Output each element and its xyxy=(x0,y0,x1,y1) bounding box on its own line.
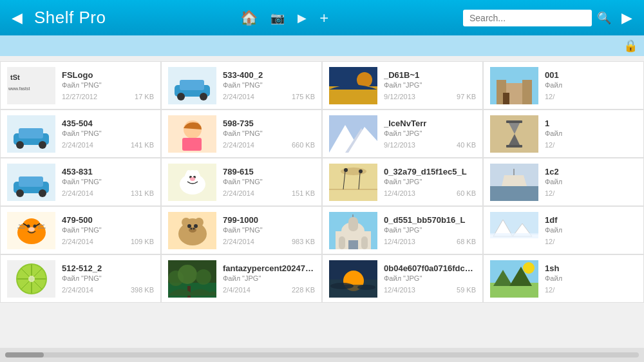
forward-button[interactable]: ▶ xyxy=(616,6,638,30)
file-type: Файл xyxy=(545,129,637,137)
list-item[interactable]: 1c2Файл12/ xyxy=(483,158,644,206)
list-item[interactable]: 533-400_2Файл "PNG"2/24/2014175 KB xyxy=(161,61,322,110)
list-item[interactable]: 0_32a79_d15f1ec5_LФайл "JPG"12/4/201360 … xyxy=(322,158,483,206)
lock-icon[interactable]: 🔒 xyxy=(623,39,638,53)
file-type: Файл "JPG" xyxy=(223,274,315,282)
file-date: 2/24/2014 xyxy=(223,238,254,245)
file-thumbnail xyxy=(490,67,538,104)
search-button[interactable]: 🔍 xyxy=(597,11,611,25)
svg-rect-83 xyxy=(339,236,345,249)
file-date: 2/24/2014 xyxy=(223,93,254,100)
list-item[interactable]: 001Файл12/ xyxy=(483,61,644,110)
content-area: tSt www.fastst FSLogoФайл "PNG"12/27/201… xyxy=(0,56,644,348)
file-name: 598-735 xyxy=(223,119,315,128)
video-icon[interactable]: 📷 xyxy=(270,11,285,25)
file-size: 131 KB xyxy=(131,189,154,197)
file-type: Файл xyxy=(545,274,637,282)
home-icon[interactable]: 🏠 xyxy=(240,10,258,26)
file-meta: 12/4/201359 KB xyxy=(384,286,476,294)
file-info: 1c2Файл12/ xyxy=(545,167,637,197)
search-input[interactable] xyxy=(463,10,592,26)
file-info: FSLogoФайл "PNG"12/27/201217 KB xyxy=(62,70,154,100)
svg-rect-54 xyxy=(490,186,538,201)
svg-rect-85 xyxy=(348,240,358,249)
file-date: 12/ xyxy=(545,93,554,100)
svg-rect-90 xyxy=(490,233,538,238)
file-size: 151 KB xyxy=(292,189,315,197)
list-item[interactable]: 453-831Файл "PNG"2/24/2014131 KB xyxy=(0,158,161,206)
svg-rect-18 xyxy=(19,128,43,138)
list-item[interactable]: tSt www.fastst FSLogoФайл "PNG"12/27/201… xyxy=(0,61,161,110)
file-grid: tSt www.fastst FSLogoФайл "PNG"12/27/201… xyxy=(0,61,644,303)
svg-rect-23 xyxy=(182,138,202,151)
file-meta: 9/12/201397 KB xyxy=(384,93,476,100)
list-item[interactable]: fantazypercent20247_9...Файл "JPG"2/4/20… xyxy=(161,254,322,303)
list-item[interactable]: 1shФайл12/ xyxy=(483,254,644,303)
svg-point-76 xyxy=(191,227,193,229)
file-thumbnail xyxy=(490,164,538,201)
list-item[interactable]: 1dfФайл12/ xyxy=(483,206,644,254)
file-meta: 12/ xyxy=(545,189,637,197)
scrollbar-area xyxy=(0,348,644,362)
svg-rect-35 xyxy=(19,176,43,187)
file-date: 2/4/2014 xyxy=(223,286,251,294)
file-info: 799-1000Файл "PNG"2/24/2014983 KB xyxy=(223,215,315,245)
svg-point-37 xyxy=(39,189,46,197)
list-item[interactable]: 1Файл12/ xyxy=(483,110,644,158)
file-thumbnail xyxy=(329,67,377,104)
svg-point-115 xyxy=(523,262,535,274)
svg-point-73 xyxy=(187,224,191,228)
scrollbar-track[interactable] xyxy=(5,352,639,357)
svg-point-103 xyxy=(196,269,211,285)
list-item[interactable]: 0b04e607f0a0716fdc2d...Файл "JPG"12/4/20… xyxy=(322,254,483,303)
app-title: Shelf Pro xyxy=(34,8,106,28)
header-right: 🔍 ▶ xyxy=(463,6,638,30)
file-name: 1df xyxy=(545,215,637,225)
list-item[interactable]: 0_d551_bb570b16_LФайл "JPG"12/4/201368 K… xyxy=(322,206,483,254)
file-date: 2/24/2014 xyxy=(62,286,93,294)
file-meta: 2/24/2014175 KB xyxy=(223,93,315,100)
list-item[interactable]: 435-504Файл "PNG"2/24/2014141 KB xyxy=(0,110,161,158)
header-center: 🏠 📷 ▶ + xyxy=(106,9,463,27)
file-meta: 12/ xyxy=(545,93,637,100)
file-type: Файл "PNG" xyxy=(62,226,154,234)
file-meta: 2/24/2014398 KB xyxy=(62,286,154,294)
sub-header: 🔒 xyxy=(0,35,644,56)
file-info: 001Файл12/ xyxy=(545,70,637,100)
file-thumbnail xyxy=(168,67,216,104)
list-item[interactable]: 479-500Файл "PNG"2/24/2014109 KB xyxy=(0,206,161,254)
file-name: 001 xyxy=(545,70,637,80)
list-item[interactable]: _IceNvTerrФайл "JPG"9/12/201340 KB xyxy=(322,110,483,158)
file-type: Файл "PNG" xyxy=(223,81,315,89)
file-meta: 2/24/2014151 KB xyxy=(223,189,315,197)
file-meta: 2/24/2014109 KB xyxy=(62,238,154,245)
file-type: Файл "JPG" xyxy=(384,178,476,186)
file-name: 0_32a79_d15f1ec5_L xyxy=(384,167,476,176)
file-info: _IceNvTerrФайл "JPG"9/12/201340 KB xyxy=(384,119,476,149)
file-thumbnail xyxy=(490,260,538,298)
file-info: 1shФайл12/ xyxy=(545,263,637,294)
file-size: 660 KB xyxy=(292,141,315,149)
play-icon[interactable]: ▶ xyxy=(298,11,307,25)
file-name: 1 xyxy=(545,119,637,128)
scrollbar-thumb[interactable] xyxy=(5,352,44,357)
back-button[interactable]: ◀ xyxy=(6,6,28,30)
list-item[interactable]: 799-1000Файл "PNG"2/24/2014983 KB xyxy=(161,206,322,254)
svg-point-20 xyxy=(39,141,46,149)
file-meta: 2/24/2014131 KB xyxy=(62,189,154,197)
file-size: 59 KB xyxy=(457,286,476,294)
file-info: 1dfФайл12/ xyxy=(545,215,637,245)
file-name: 1c2 xyxy=(545,167,637,176)
file-date: 2/24/2014 xyxy=(223,141,254,149)
list-item[interactable]: 789-615Файл "PNG"2/24/2014151 KB xyxy=(161,158,322,206)
svg-rect-5 xyxy=(180,80,204,90)
file-meta: 2/24/2014141 KB xyxy=(62,141,154,149)
file-date: 2/24/2014 xyxy=(62,141,93,149)
file-info: 0_d551_bb570b16_LФайл "JPG"12/4/201368 K… xyxy=(384,215,476,245)
list-item[interactable]: 512-512_2Файл "PNG"2/24/2014398 KB xyxy=(0,254,161,303)
add-icon[interactable]: + xyxy=(319,9,328,27)
list-item[interactable]: _D61B~1Файл "JPG"9/12/201397 KB xyxy=(322,61,483,110)
list-item[interactable]: 598-735Файл "PNG"2/24/2014660 KB xyxy=(161,110,322,158)
file-name: fantazypercent20247_9... xyxy=(223,263,315,273)
file-name: 799-1000 xyxy=(223,215,315,225)
